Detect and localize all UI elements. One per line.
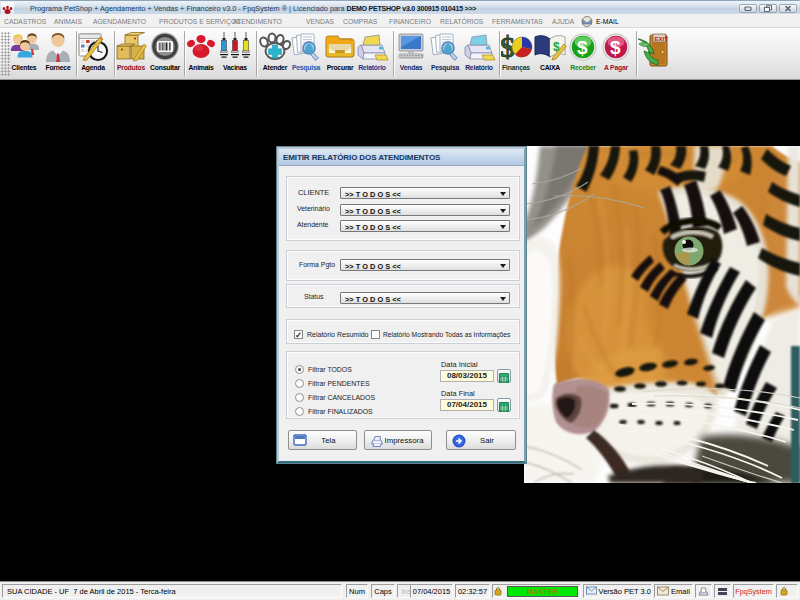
svg-text:$: $ bbox=[610, 37, 621, 58]
svg-text:EXIT: EXIT bbox=[655, 36, 669, 42]
svg-text:$: $ bbox=[577, 37, 588, 58]
